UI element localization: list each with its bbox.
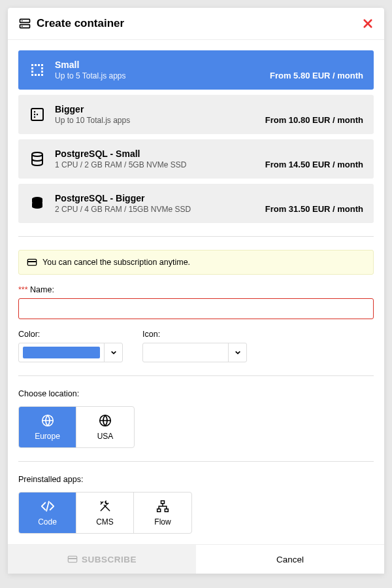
subscribe-button[interactable]: SUBSCRIBE [8, 545, 196, 574]
dialog-header: Create container [8, 8, 384, 40]
chevron-down-icon[interactable] [228, 343, 246, 362]
card-icon [27, 257, 37, 268]
container-icon [18, 17, 31, 30]
close-button[interactable] [362, 18, 374, 29]
globe-icon [98, 413, 112, 428]
svg-rect-14 [38, 74, 40, 76]
cancel-notice: You can cancel the subscription anytime. [18, 250, 374, 275]
svg-rect-6 [38, 64, 40, 66]
location-item-label: USA [97, 432, 114, 441]
svg-rect-12 [31, 74, 33, 76]
svg-point-3 [22, 26, 23, 27]
plan-bigger[interactable]: Bigger Up to 10 Total.js apps From 10.80… [18, 95, 374, 134]
plan-postgres-small[interactable]: PostgreSQL - Small 1 CPU / 2 GB RAM / 5G… [18, 139, 374, 179]
plan-postgres-bigger[interactable]: PostgreSQL - Bigger 2 CPU / 4 GB RAM / 1… [18, 184, 374, 223]
svg-rect-8 [31, 67, 33, 69]
svg-rect-28 [161, 501, 165, 504]
notice-text: You can cancel the subscription anytime. [42, 258, 190, 267]
dialog-title: Create container [37, 17, 362, 30]
svg-rect-30 [165, 509, 168, 511]
svg-point-20 [37, 114, 38, 115]
svg-rect-9 [41, 67, 43, 69]
svg-rect-25 [27, 261, 36, 262]
app-item-label: CMS [96, 517, 114, 527]
svg-rect-4 [31, 64, 33, 66]
svg-point-18 [34, 114, 35, 115]
create-container-dialog: Create container Small Up to 5 Total.js … [8, 8, 384, 574]
apps-group: Code CMS Flow [18, 492, 192, 534]
app-code[interactable]: Code [19, 493, 76, 533]
name-input[interactable] [18, 298, 374, 319]
svg-rect-15 [41, 74, 43, 76]
plan-desc: Up to 5 Total.js apps [55, 71, 270, 80]
plan-name: Bigger [55, 104, 265, 114]
color-select[interactable] [18, 343, 123, 362]
app-item-label: Code [38, 517, 57, 527]
app-cms[interactable]: CMS [76, 493, 134, 533]
divider [18, 375, 374, 376]
location-europe[interactable]: Europe [19, 407, 76, 447]
app-flow[interactable]: Flow [134, 493, 191, 533]
cancel-label: Cancel [276, 555, 304, 564]
plan-price: From 5.80 EUR / month [270, 71, 363, 80]
color-field: Color: [18, 330, 123, 362]
color-label: Color: [18, 330, 123, 339]
code-icon [41, 499, 55, 513]
plan-name: Small [55, 60, 270, 70]
divider [18, 461, 374, 462]
database-solid-icon [29, 195, 46, 212]
plan-name: PostgreSQL - Bigger [55, 193, 265, 203]
svg-point-2 [22, 20, 23, 22]
location-item-label: Europe [35, 432, 60, 441]
subscribe-label: SUBSCRIBE [82, 555, 137, 564]
icon-select[interactable] [142, 343, 247, 362]
tools-icon [98, 499, 112, 513]
svg-rect-13 [35, 74, 37, 76]
flow-icon [155, 499, 170, 513]
svg-rect-29 [157, 509, 161, 511]
plan-name: PostgreSQL - Small [55, 148, 265, 159]
chevron-down-icon[interactable] [104, 343, 122, 362]
cancel-button[interactable]: Cancel [196, 545, 384, 574]
plan-price: From 10.80 EUR / month [265, 115, 363, 125]
svg-rect-7 [41, 64, 43, 66]
location-label: Choose location: [18, 389, 374, 398]
card-icon [67, 554, 78, 564]
plan-small[interactable]: Small Up to 5 Total.js apps From 5.80 EU… [18, 50, 374, 90]
svg-rect-1 [20, 25, 30, 28]
apps-label: Preinstalled apps: [18, 475, 374, 484]
plan-price: From 14.50 EUR / month [265, 160, 363, 169]
svg-rect-32 [68, 558, 76, 559]
icon-field: Icon: [142, 330, 247, 362]
plan-price: From 31.50 EUR / month [265, 204, 363, 214]
plan-desc: 2 CPU / 4 GB RAM / 15GB NVMe SSD [55, 205, 265, 214]
name-field: *** Name: [18, 285, 374, 319]
name-label: *** Name: [18, 285, 374, 294]
color-swatch [23, 347, 100, 358]
dialog-footer: SUBSCRIBE Cancel [8, 544, 384, 574]
svg-rect-11 [41, 71, 43, 73]
icon-label: Icon: [142, 330, 247, 339]
location-group: Europe USA [18, 406, 135, 448]
app-item-label: Flow [154, 517, 171, 527]
globe-icon [41, 413, 55, 428]
divider [18, 236, 374, 237]
location-usa[interactable]: USA [76, 407, 134, 447]
plan-desc: Up to 10 Total.js apps [55, 116, 265, 125]
svg-point-21 [32, 152, 42, 156]
plan-desc: 1 CPU / 2 GB RAM / 5GB NVMe SSD [55, 160, 265, 169]
database-icon [29, 150, 46, 167]
server-icon [29, 106, 46, 123]
grid-icon [29, 61, 46, 78]
svg-rect-5 [35, 64, 37, 66]
svg-point-19 [34, 116, 35, 118]
svg-point-17 [34, 111, 35, 112]
svg-rect-0 [20, 19, 30, 22]
svg-rect-10 [31, 71, 33, 73]
